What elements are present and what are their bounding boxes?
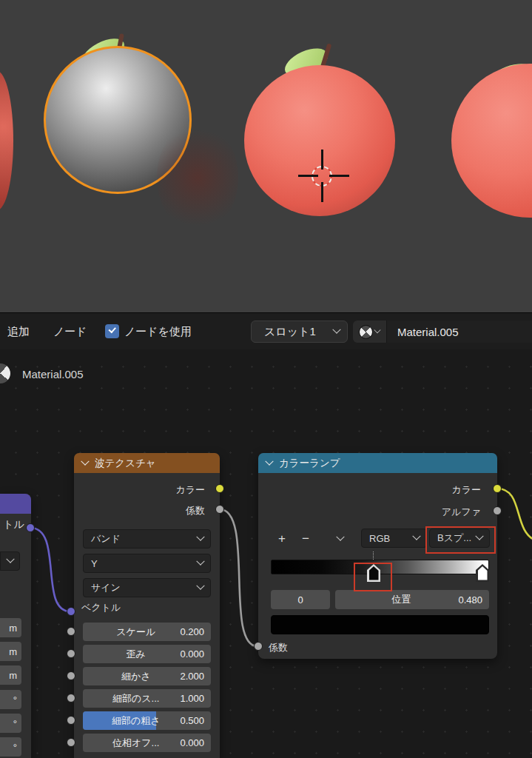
cursor-crosshair [329,175,349,177]
wave-vector-input-socket[interactable] [67,607,75,616]
cursor-crosshair [321,182,323,202]
apple-object-partial-left[interactable] [0,71,13,210]
annotation-box-handle [354,563,392,591]
use-nodes-label: ノードを使用 [124,313,192,349]
ramp-position-slider[interactable]: 位置 0.480 [335,590,489,609]
apple-object-center[interactable] [244,65,395,216]
chevron-down-icon [196,557,204,566]
wave-phase-offset-slider[interactable]: 位相オフ...0.000 [83,734,211,752]
wave-output-color-label: カラー [175,483,205,497]
wave-phase-input-socket[interactable] [67,738,75,747]
apple-object-partial-right[interactable] [451,64,532,218]
viewport-3d[interactable] [0,0,532,312]
chevron-down-icon [196,582,204,590]
wave-output-fac-label: 係数 [186,504,205,517]
use-nodes-checkbox[interactable] [105,324,119,338]
node-color-ramp[interactable]: カラーランプ カラー アルファ + − RGB Bスプ... [258,453,497,659]
ramp-tools-dropdown[interactable] [332,529,349,549]
chevron-down-icon [374,326,380,333]
wave-detail-scale-slider[interactable]: 細部のス...1.000 [83,689,211,708]
wave-scale-slider[interactable]: スケール0.200 [83,623,211,641]
wave-detail-input-socket[interactable] [67,671,75,680]
wave-type-dropdown[interactable]: バンド [83,529,211,549]
node-wave-texture[interactable]: 波テクスチャ カラー 係数 バンド Y サイン ベクトル スケール0.200 歪… [74,453,220,758]
mapping-output-label: トル [3,518,24,531]
menu-node[interactable]: ノード [53,313,87,349]
active-stop-guide-line [373,551,374,560]
annotation-box-interpolation [425,526,496,554]
wave-detail-roughness-input-socket[interactable] [67,716,75,725]
material-name-field[interactable]: Material.005 [387,321,532,343]
wave-distortion-input-socket[interactable] [67,649,75,658]
chevron-down-icon [6,555,14,563]
cursor-crosshair [321,150,323,170]
ramp-stop-color [478,566,488,580]
mapping-location-field[interactable]: m [0,618,21,637]
mapping-location-field[interactable]: m [0,642,21,661]
collapse-chevron-icon[interactable] [265,457,273,465]
node-editor-canvas[interactable]: Material.005 トル m m m ° ° ° 波テクスチャ [0,349,532,758]
mapping-rotation-field[interactable]: ° [0,690,21,709]
wave-distortion-slider[interactable]: 歪み0.000 [83,645,211,663]
wave-input-vector-label: ベクトル [81,601,121,614]
wave-axis-dropdown[interactable]: Y [83,554,211,573]
wave-detail-roughness-slider[interactable]: 細部の粗さ0.500 [83,711,211,730]
material-browse-button[interactable] [353,321,387,343]
wave-color-output-socket[interactable] [215,484,224,493]
collapse-chevron-icon[interactable] [81,457,89,465]
material-name-value: Material.005 [397,326,459,338]
checkmark-icon [108,325,115,332]
node-title: カラーランプ [279,457,340,470]
mapping-rotation-field[interactable]: ° [0,714,21,733]
node-color-ramp-header[interactable]: カラーランプ [258,453,497,473]
ramp-stop-color-swatch[interactable] [271,615,489,634]
cursor-crosshair [298,175,318,177]
wave-detail-slider[interactable]: 細かさ2.000 [83,667,211,685]
material-slot-value: スロット1 [264,325,334,339]
chevron-down-icon [336,532,344,540]
material-sphere-icon [359,325,373,339]
blender-window: 追加 ノード ノードを使用 スロット1 Material.005 Materia… [0,0,532,758]
material-slot-dropdown[interactable]: スロット1 [251,321,348,343]
wave-scale-input-socket[interactable] [67,627,75,636]
ramp-remove-stop-button[interactable]: − [296,529,315,549]
apple-shading [157,122,238,233]
mapping-vector-output-socket[interactable] [26,523,35,532]
wave-profile-dropdown[interactable]: サイン [83,578,211,597]
ramp-output-alpha-label: アルファ [442,506,481,519]
wave-fac-output-socket[interactable] [215,505,224,514]
mapping-dropdown-partial[interactable] [0,551,20,571]
chevron-down-icon [196,533,204,541]
ramp-color-output-socket[interactable] [493,484,502,493]
apple-object-selected[interactable] [44,46,192,194]
shader-editor-header: 追加 ノード ノードを使用 スロット1 Material.005 [0,312,532,349]
wave-detail-scale-input-socket[interactable] [67,694,75,702]
ramp-color-mode-dropdown[interactable]: RGB [361,529,427,548]
ramp-add-stop-button[interactable]: + [272,529,292,549]
mapping-rotation-field[interactable]: ° [0,737,21,757]
ramp-output-color-label: カラー [451,483,481,497]
node-mapping-header[interactable] [0,494,31,514]
material-selector: Material.005 [353,321,532,343]
mapping-location-field[interactable]: m [0,665,21,685]
node-title: 波テクスチャ [95,457,156,470]
node-wave-texture-header[interactable]: 波テクスチャ [74,453,220,473]
ramp-alpha-output-socket[interactable] [493,506,502,515]
ramp-fac-input-socket[interactable] [254,642,263,651]
chevron-down-icon [332,326,340,334]
ramp-stop-index-field[interactable]: 0 [271,590,330,609]
ramp-input-fac-label: 係数 [269,641,288,654]
menu-add[interactable]: 追加 [7,313,30,349]
chevron-down-icon [412,532,420,540]
